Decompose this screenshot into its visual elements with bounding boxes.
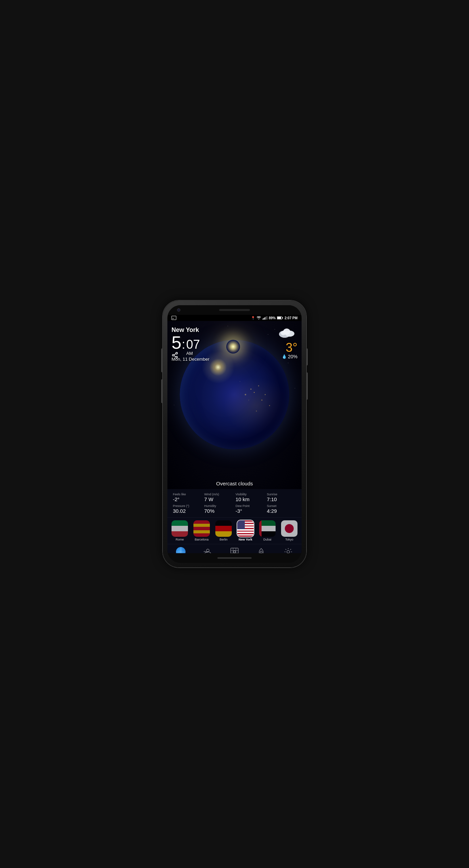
svg-rect-4 bbox=[267, 316, 267, 320]
sunrise-label: Sunrise bbox=[267, 493, 296, 496]
time-min-ampm: 07 AM bbox=[186, 338, 200, 356]
phone-bottom-bezel bbox=[167, 553, 302, 563]
svg-point-19 bbox=[233, 551, 236, 553]
flag-newyork-canton bbox=[237, 520, 245, 529]
stats-panel: Feels like -2° Wind (m/s) 7 W Visibility… bbox=[167, 489, 302, 517]
flag-berlin bbox=[215, 520, 232, 537]
battery-percentage: 89% bbox=[269, 316, 276, 320]
navigation-indicator bbox=[217, 557, 252, 559]
time-minutes: 07 bbox=[186, 338, 200, 351]
dew-point-label: Dew Point bbox=[236, 504, 265, 508]
svg-rect-3 bbox=[266, 317, 266, 320]
city-item-berlin[interactable]: Berlin bbox=[215, 520, 232, 541]
status-bar-right: 📍 89% bbox=[251, 316, 297, 320]
visibility-label: Visibility bbox=[236, 493, 265, 496]
humidity-stat: Humidity 70% bbox=[204, 504, 234, 514]
time-colon: : bbox=[182, 337, 185, 352]
wind-label: Wind (m/s) bbox=[204, 493, 234, 496]
weather-description: Overcast clouds bbox=[167, 481, 302, 486]
phone-screen: 📍 89% bbox=[167, 305, 302, 563]
sunrise-stat: Sunrise 7:10 bbox=[267, 493, 296, 502]
city-label-tokyo: Tokyo bbox=[285, 538, 293, 541]
sunset-label: Sunset bbox=[267, 504, 296, 508]
city-selector: Rome Barcelona Berlin New York bbox=[167, 517, 302, 544]
city-item-newyork[interactable]: New York bbox=[237, 520, 254, 541]
time-hour: 5 bbox=[172, 334, 181, 351]
location-icon: 📍 bbox=[251, 316, 255, 320]
cloud-icon-wrapper bbox=[277, 326, 297, 340]
svg-point-17 bbox=[206, 549, 209, 552]
feels-like-value: -2° bbox=[173, 496, 202, 502]
flag-dubai bbox=[259, 520, 276, 537]
city-item-tokyo[interactable]: Tokyo bbox=[281, 520, 297, 541]
flag-rome bbox=[172, 520, 188, 537]
volume-down-button[interactable] bbox=[161, 379, 163, 403]
svg-point-22 bbox=[287, 550, 290, 553]
city-name: New York bbox=[172, 326, 199, 333]
humidity-label: Humidity bbox=[204, 504, 234, 508]
precipitation-row: 💧 20% bbox=[282, 354, 297, 359]
pressure-label: Pressure (") bbox=[173, 504, 202, 508]
phone-top-bezel bbox=[167, 305, 302, 315]
speaker-grille bbox=[219, 309, 250, 311]
city-item-dubai[interactable]: Dubai bbox=[259, 520, 276, 541]
rain-drop-icon: 💧 bbox=[282, 354, 287, 359]
city-label-berlin: Berlin bbox=[219, 538, 227, 541]
city-label-barcelona: Barcelona bbox=[195, 538, 209, 541]
pressure-value: 30.02 bbox=[173, 508, 202, 514]
flag-newyork bbox=[237, 520, 254, 537]
temperature-display: 3° 💧 20% bbox=[277, 326, 297, 359]
pressure-stat: Pressure (") 30.02 bbox=[173, 504, 202, 514]
signal-icon bbox=[263, 316, 267, 320]
flag-tokyo bbox=[281, 520, 297, 537]
clock: 2:07 PM bbox=[284, 316, 297, 320]
screen-content: 📍 89% bbox=[167, 315, 302, 563]
wind-value: 7 W bbox=[204, 496, 234, 502]
wifi-icon bbox=[256, 316, 261, 320]
volume-up-button[interactable] bbox=[161, 348, 163, 372]
feels-like-label: Feels like bbox=[173, 493, 202, 496]
feels-like-stat: Feels like -2° bbox=[173, 493, 202, 502]
cloud-icon bbox=[277, 326, 297, 339]
dew-point-value: -3° bbox=[236, 508, 265, 514]
precipitation-percent: 20% bbox=[288, 354, 297, 359]
battery-icon bbox=[277, 316, 283, 320]
sunrise-value: 7:10 bbox=[267, 496, 296, 502]
svg-rect-7 bbox=[277, 317, 281, 319]
sunset-stat: Sunset 4:29 bbox=[267, 504, 296, 514]
flag-tokyo-circle bbox=[285, 524, 294, 533]
main-weather-area[interactable]: New York 5 : 07 AM Mon, 11 December bbox=[167, 321, 302, 489]
city-item-barcelona[interactable]: Barcelona bbox=[193, 520, 210, 541]
city-label-newyork: New York bbox=[239, 538, 252, 541]
notification-icon bbox=[172, 316, 176, 320]
svg-rect-1 bbox=[264, 318, 264, 320]
dew-point-stat: Dew Point -3° bbox=[236, 504, 265, 514]
wind-stat: Wind (m/s) 7 W bbox=[204, 493, 234, 502]
visibility-value: 10 km bbox=[236, 496, 265, 502]
phone-frame: 📍 89% bbox=[163, 300, 306, 568]
status-bar-left bbox=[172, 316, 176, 320]
city-item-rome[interactable]: Rome bbox=[172, 520, 188, 541]
svg-point-16 bbox=[281, 331, 286, 335]
svg-rect-2 bbox=[265, 317, 265, 320]
flag-barcelona bbox=[193, 520, 210, 537]
front-camera bbox=[177, 308, 180, 312]
status-bar: 📍 89% bbox=[167, 315, 302, 321]
sunset-value: 4:29 bbox=[267, 508, 296, 514]
visibility-stat: Visibility 10 km bbox=[236, 493, 265, 502]
time-ampm: AM bbox=[186, 351, 193, 356]
city-label-dubai: Dubai bbox=[263, 538, 271, 541]
city-label-rome: Rome bbox=[176, 538, 184, 541]
temperature-value: 3° bbox=[286, 342, 297, 354]
svg-rect-6 bbox=[282, 317, 283, 319]
svg-rect-0 bbox=[263, 319, 263, 320]
humidity-value: 70% bbox=[204, 508, 234, 514]
